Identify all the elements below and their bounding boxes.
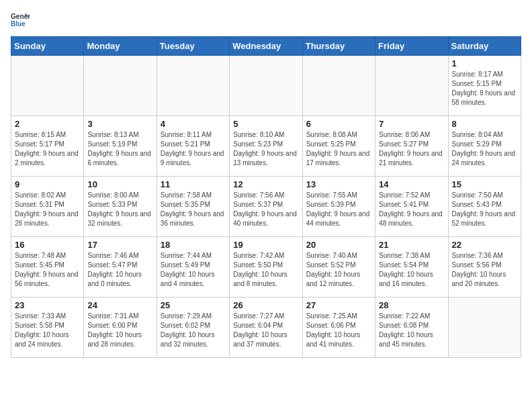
day-info: Sunrise: 7:52 AM Sunset: 5:41 PM Dayligh… — [379, 191, 444, 228]
calendar-day-cell: 17Sunrise: 7:46 AM Sunset: 5:47 PM Dayli… — [84, 237, 157, 298]
calendar-day-cell — [448, 298, 521, 358]
calendar-day-cell: 28Sunrise: 7:22 AM Sunset: 6:08 PM Dayli… — [375, 298, 448, 358]
day-number: 20 — [306, 240, 371, 250]
day-info: Sunrise: 8:04 AM Sunset: 5:29 PM Dayligh… — [452, 130, 517, 168]
day-info: Sunrise: 7:25 AM Sunset: 6:06 PM Dayligh… — [306, 312, 371, 349]
calendar-day-cell — [157, 56, 229, 116]
calendar-day-cell: 22Sunrise: 7:36 AM Sunset: 5:56 PM Dayli… — [448, 237, 521, 298]
day-number: 12 — [233, 179, 298, 189]
calendar-day-cell — [84, 56, 157, 116]
day-number: 2 — [15, 119, 80, 129]
day-number: 18 — [161, 240, 226, 250]
weekday-header: SundayMondayTuesdayWednesdayThursdayFrid… — [11, 37, 521, 56]
day-number: 13 — [306, 179, 371, 189]
calendar-day-cell: 6Sunrise: 8:08 AM Sunset: 5:25 PM Daylig… — [302, 116, 375, 177]
day-info: Sunrise: 7:31 AM Sunset: 6:00 PM Dayligh… — [87, 312, 152, 349]
day-info: Sunrise: 8:11 AM Sunset: 5:21 PM Dayligh… — [161, 130, 226, 168]
calendar-day-cell: 11Sunrise: 7:58 AM Sunset: 5:35 PM Dayli… — [157, 177, 229, 237]
day-info: Sunrise: 8:15 AM Sunset: 5:17 PM Dayligh… — [15, 130, 80, 168]
weekday-header-cell: Wednesday — [230, 37, 302, 56]
calendar-day-cell: 8Sunrise: 8:04 AM Sunset: 5:29 PM Daylig… — [448, 116, 521, 177]
day-info: Sunrise: 8:00 AM Sunset: 5:33 PM Dayligh… — [87, 191, 152, 228]
day-info: Sunrise: 7:48 AM Sunset: 5:45 PM Dayligh… — [15, 251, 80, 289]
day-info: Sunrise: 7:29 AM Sunset: 6:02 PM Dayligh… — [161, 312, 226, 349]
calendar-day-cell — [375, 56, 448, 116]
day-number: 17 — [87, 240, 152, 250]
day-info: Sunrise: 8:08 AM Sunset: 5:25 PM Dayligh… — [306, 130, 371, 168]
calendar-day-cell: 12Sunrise: 7:56 AM Sunset: 5:37 PM Dayli… — [230, 177, 302, 237]
calendar-week-row: 1Sunrise: 8:17 AM Sunset: 5:15 PM Daylig… — [11, 56, 521, 116]
day-info: Sunrise: 7:40 AM Sunset: 5:52 PM Dayligh… — [306, 251, 371, 289]
day-info: Sunrise: 7:44 AM Sunset: 5:49 PM Dayligh… — [161, 251, 226, 289]
weekday-header-cell: Monday — [84, 37, 157, 56]
day-info: Sunrise: 7:55 AM Sunset: 5:39 PM Dayligh… — [306, 191, 371, 228]
calendar-day-cell: 27Sunrise: 7:25 AM Sunset: 6:06 PM Dayli… — [302, 298, 375, 358]
calendar-day-cell: 23Sunrise: 7:33 AM Sunset: 5:58 PM Dayli… — [11, 298, 84, 358]
day-info: Sunrise: 8:06 AM Sunset: 5:27 PM Dayligh… — [379, 130, 444, 168]
calendar-body: 1Sunrise: 8:17 AM Sunset: 5:15 PM Daylig… — [11, 56, 521, 358]
calendar-day-cell: 16Sunrise: 7:48 AM Sunset: 5:45 PM Dayli… — [11, 237, 84, 298]
day-number: 25 — [161, 300, 226, 310]
day-number: 23 — [15, 300, 80, 310]
calendar-day-cell: 9Sunrise: 8:02 AM Sunset: 5:31 PM Daylig… — [11, 177, 84, 237]
day-number: 4 — [161, 119, 226, 129]
calendar-week-row: 2Sunrise: 8:15 AM Sunset: 5:17 PM Daylig… — [11, 116, 521, 177]
weekday-header-cell: Thursday — [302, 37, 375, 56]
calendar-day-cell: 24Sunrise: 7:31 AM Sunset: 6:00 PM Dayli… — [84, 298, 157, 358]
calendar-day-cell: 21Sunrise: 7:38 AM Sunset: 5:54 PM Dayli… — [375, 237, 448, 298]
calendar-day-cell: 25Sunrise: 7:29 AM Sunset: 6:02 PM Dayli… — [157, 298, 229, 358]
svg-text:Blue: Blue — [11, 20, 26, 28]
calendar-day-cell: 5Sunrise: 8:10 AM Sunset: 5:23 PM Daylig… — [230, 116, 302, 177]
day-number: 19 — [233, 240, 298, 250]
day-info: Sunrise: 8:17 AM Sunset: 5:15 PM Dayligh… — [452, 70, 517, 107]
calendar-day-cell: 15Sunrise: 7:50 AM Sunset: 5:43 PM Dayli… — [448, 177, 521, 237]
day-number: 11 — [161, 179, 226, 189]
day-info: Sunrise: 7:50 AM Sunset: 5:43 PM Dayligh… — [452, 191, 517, 228]
day-number: 22 — [452, 240, 517, 250]
calendar-day-cell: 13Sunrise: 7:55 AM Sunset: 5:39 PM Dayli… — [302, 177, 375, 237]
day-number: 27 — [306, 300, 371, 310]
day-number: 21 — [379, 240, 444, 250]
calendar-table: SundayMondayTuesdayWednesdayThursdayFrid… — [11, 36, 521, 358]
weekday-header-cell: Tuesday — [157, 37, 229, 56]
day-number: 28 — [379, 300, 444, 310]
day-number: 10 — [87, 179, 152, 189]
weekday-header-cell: Saturday — [448, 37, 521, 56]
calendar-week-row: 16Sunrise: 7:48 AM Sunset: 5:45 PM Dayli… — [11, 237, 521, 298]
day-info: Sunrise: 7:27 AM Sunset: 6:04 PM Dayligh… — [233, 312, 298, 349]
header: General Blue — [11, 11, 521, 30]
calendar-week-row: 23Sunrise: 7:33 AM Sunset: 5:58 PM Dayli… — [11, 298, 521, 358]
calendar-day-cell: 7Sunrise: 8:06 AM Sunset: 5:27 PM Daylig… — [375, 116, 448, 177]
calendar-day-cell: 2Sunrise: 8:15 AM Sunset: 5:17 PM Daylig… — [11, 116, 84, 177]
calendar-day-cell: 19Sunrise: 7:42 AM Sunset: 5:50 PM Dayli… — [230, 237, 302, 298]
day-number: 8 — [452, 119, 517, 129]
day-info: Sunrise: 7:42 AM Sunset: 5:50 PM Dayligh… — [233, 251, 298, 289]
day-number: 26 — [233, 300, 298, 310]
calendar-day-cell: 1Sunrise: 8:17 AM Sunset: 5:15 PM Daylig… — [448, 56, 521, 116]
calendar-day-cell — [230, 56, 302, 116]
calendar-day-cell: 10Sunrise: 8:00 AM Sunset: 5:33 PM Dayli… — [84, 177, 157, 237]
day-number: 14 — [379, 179, 444, 189]
day-number: 6 — [306, 119, 371, 129]
logo: General Blue — [11, 11, 30, 30]
day-number: 5 — [233, 119, 298, 129]
day-number: 9 — [15, 179, 80, 189]
calendar-day-cell: 20Sunrise: 7:40 AM Sunset: 5:52 PM Dayli… — [302, 237, 375, 298]
day-info: Sunrise: 8:10 AM Sunset: 5:23 PM Dayligh… — [233, 130, 298, 168]
calendar-day-cell: 26Sunrise: 7:27 AM Sunset: 6:04 PM Dayli… — [230, 298, 302, 358]
day-number: 15 — [452, 179, 517, 189]
day-info: Sunrise: 7:58 AM Sunset: 5:35 PM Dayligh… — [161, 191, 226, 228]
day-info: Sunrise: 8:02 AM Sunset: 5:31 PM Dayligh… — [15, 191, 80, 228]
day-info: Sunrise: 7:33 AM Sunset: 5:58 PM Dayligh… — [15, 312, 80, 349]
calendar-day-cell: 14Sunrise: 7:52 AM Sunset: 5:41 PM Dayli… — [375, 177, 448, 237]
calendar-week-row: 9Sunrise: 8:02 AM Sunset: 5:31 PM Daylig… — [11, 177, 521, 237]
day-number: 24 — [87, 300, 152, 310]
day-info: Sunrise: 7:46 AM Sunset: 5:47 PM Dayligh… — [87, 251, 152, 289]
logo-icon: General Blue — [11, 11, 30, 30]
day-info: Sunrise: 7:22 AM Sunset: 6:08 PM Dayligh… — [379, 312, 444, 349]
svg-text:General: General — [11, 13, 30, 20]
calendar-day-cell — [11, 56, 84, 116]
weekday-header-cell: Sunday — [11, 37, 84, 56]
calendar-day-cell: 3Sunrise: 8:13 AM Sunset: 5:19 PM Daylig… — [84, 116, 157, 177]
day-number: 7 — [379, 119, 444, 129]
